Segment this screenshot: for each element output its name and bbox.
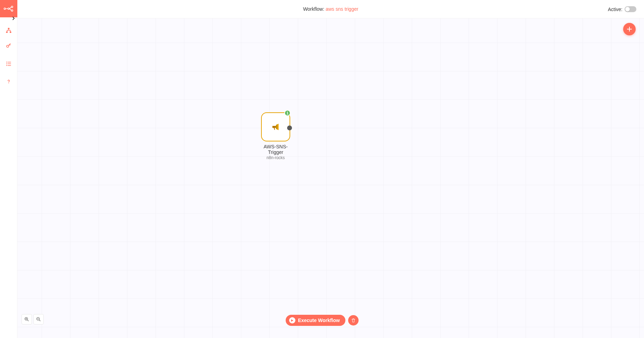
svg-rect-13 (8, 65, 11, 66)
n8n-logo-icon (3, 5, 14, 12)
svg-rect-4 (8, 28, 9, 29)
node-aws-sns-trigger[interactable]: 1 AWS-SNS-Trigger n8n-rocks (261, 112, 290, 160)
node-subtitle: n8n-rocks (261, 155, 290, 160)
zoom-in-button[interactable] (22, 314, 32, 324)
executions-icon[interactable] (0, 56, 17, 71)
workflow-canvas[interactable]: 1 AWS-SNS-Trigger n8n-rocks (17, 18, 644, 338)
svg-rect-9 (8, 62, 11, 62)
workflows-icon[interactable] (0, 23, 17, 38)
workflow-title[interactable]: Workflow: aws sns trigger (303, 6, 358, 12)
topbar: Workflow: aws sns trigger Active: (17, 0, 644, 18)
svg-point-14 (8, 83, 9, 84)
delete-button[interactable] (348, 315, 359, 326)
node-count-badge: 1 (284, 110, 291, 116)
expand-sidebar-chevron[interactable] (0, 15, 17, 21)
execute-workflow-label: Execute Workflow (298, 318, 340, 323)
svg-rect-12 (6, 65, 7, 66)
add-node-button[interactable] (623, 23, 636, 35)
svg-rect-8 (6, 62, 7, 62)
execute-workflow-button[interactable]: Execute Workflow (285, 315, 345, 326)
aws-sns-icon (270, 122, 281, 132)
node-box[interactable]: 1 (261, 112, 290, 141)
svg-point-2 (11, 6, 13, 8)
active-toggle-wrap: Active: (608, 0, 636, 18)
svg-rect-11 (8, 63, 11, 64)
svg-point-3 (11, 10, 13, 11)
svg-rect-10 (6, 63, 7, 64)
node-title: AWS-SNS-Trigger (261, 144, 290, 155)
active-label: Active: (608, 7, 622, 12)
sidebar (0, 0, 17, 338)
svg-rect-6 (10, 32, 11, 33)
toggle-knob (625, 7, 630, 11)
workflow-label: Workflow: (303, 6, 326, 12)
credentials-icon[interactable] (0, 38, 17, 53)
play-icon (289, 317, 295, 323)
action-bar: Execute Workflow (285, 315, 358, 326)
n8n-logo[interactable] (0, 0, 17, 17)
zoom-out-button[interactable] (33, 314, 44, 324)
zoom-controls (22, 314, 44, 324)
help-icon[interactable] (0, 74, 17, 89)
node-output-port[interactable] (287, 125, 292, 130)
svg-point-7 (7, 45, 9, 47)
svg-rect-5 (6, 32, 8, 33)
workflow-name[interactable]: aws sns trigger (326, 6, 358, 12)
active-toggle[interactable] (625, 6, 636, 12)
